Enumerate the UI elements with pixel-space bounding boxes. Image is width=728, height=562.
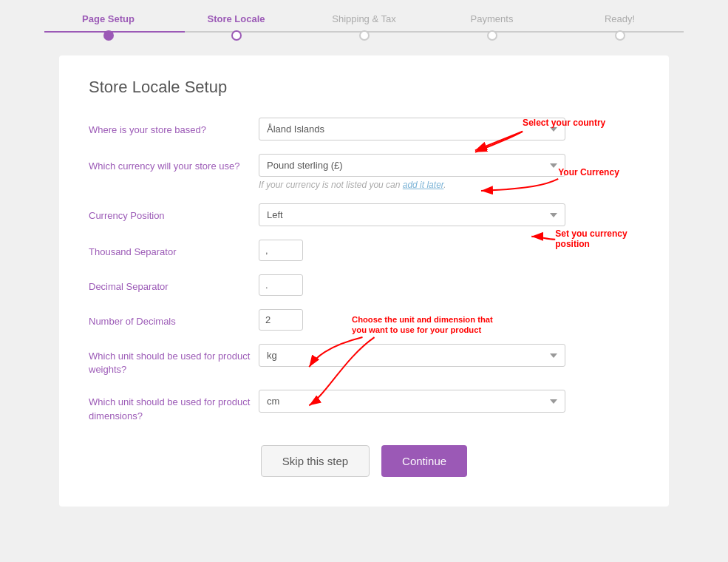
add-it-later-link[interactable]: add it later bbox=[403, 180, 444, 190]
decimal-separator-input[interactable] bbox=[259, 274, 303, 296]
step-shipping-tax-dot bbox=[359, 30, 370, 41]
step-ready-label: Ready! bbox=[605, 13, 635, 24]
step-ready[interactable]: Ready! bbox=[556, 13, 684, 41]
num-decimals-input[interactable] bbox=[259, 309, 303, 331]
dimension-unit-select[interactable]: cm bbox=[259, 390, 565, 413]
step-shipping-tax-label: Shipping & Tax bbox=[332, 13, 396, 24]
weight-unit-row: Which unit should be used for product we… bbox=[89, 344, 639, 376]
currency-position-control: Left bbox=[259, 203, 639, 226]
step-page-setup[interactable]: Page Setup bbox=[44, 13, 172, 41]
skip-button[interactable]: Skip this step bbox=[261, 445, 370, 477]
currency-position-row: Currency Position Left bbox=[89, 203, 639, 226]
decimal-separator-control bbox=[259, 274, 639, 296]
step-store-locale-label: Store Locale bbox=[207, 13, 265, 24]
store-based-control: Åland Islands bbox=[259, 118, 639, 140]
step-payments-label: Payments bbox=[471, 13, 514, 24]
step-store-locale-dot bbox=[231, 30, 242, 41]
dimension-unit-label: Which unit should be used for product di… bbox=[89, 390, 259, 422]
currency-hint: If your currency is not listed you can a… bbox=[259, 180, 639, 190]
decimal-separator-label: Decimal Separator bbox=[89, 274, 259, 294]
currency-hint-post: . bbox=[443, 180, 446, 190]
thousand-separator-label: Thousand Separator bbox=[89, 240, 259, 259]
thousand-separator-input[interactable] bbox=[259, 240, 303, 261]
store-based-select[interactable]: Åland Islands bbox=[259, 118, 565, 140]
currency-row: Which currency will your store use? Poun… bbox=[89, 154, 639, 190]
dimension-unit-control: cm bbox=[259, 390, 639, 413]
decimal-separator-row: Decimal Separator bbox=[89, 274, 639, 296]
currency-select[interactable]: Pound sterling (£) bbox=[259, 154, 565, 177]
step-payments[interactable]: Payments bbox=[428, 13, 556, 41]
currency-position-select[interactable]: Left bbox=[259, 203, 565, 226]
num-decimals-row: Number of Decimals bbox=[89, 309, 639, 331]
step-shipping-tax[interactable]: Shipping & Tax bbox=[300, 13, 428, 41]
thousand-separator-row: Thousand Separator bbox=[89, 240, 639, 261]
weight-unit-control: kg bbox=[259, 344, 639, 367]
num-decimals-label: Number of Decimals bbox=[89, 309, 259, 328]
thousand-separator-control bbox=[259, 240, 639, 261]
continue-button[interactable]: Continue bbox=[381, 445, 467, 477]
step-payments-dot bbox=[487, 30, 497, 41]
card-title: Store Locale Setup bbox=[89, 78, 639, 97]
dimension-unit-row: Which unit should be used for product di… bbox=[89, 390, 639, 422]
step-page-setup-dot bbox=[103, 30, 114, 41]
store-locale-card: Store Locale Setup Where is your store b… bbox=[59, 55, 669, 507]
weight-unit-select[interactable]: kg bbox=[259, 344, 565, 367]
currency-hint-pre: If your currency is not listed you can bbox=[259, 180, 403, 190]
weight-unit-label: Which unit should be used for product we… bbox=[89, 344, 259, 376]
currency-label: Which currency will your store use? bbox=[89, 154, 259, 173]
button-row: Skip this step Continue bbox=[89, 445, 639, 477]
currency-control: Pound sterling (£) If your currency is n… bbox=[259, 154, 639, 190]
step-ready-dot bbox=[615, 30, 625, 41]
store-based-row: Where is your store based? Åland Islands bbox=[89, 118, 639, 140]
progress-bar: Page Setup Store Locale Shipping & Tax P… bbox=[0, 0, 728, 41]
num-decimals-control bbox=[259, 309, 639, 331]
svg-text:Set you currency: Set you currency bbox=[555, 228, 627, 239]
store-based-label: Where is your store based? bbox=[89, 118, 259, 137]
currency-position-label: Currency Position bbox=[89, 203, 259, 223]
step-store-locale[interactable]: Store Locale bbox=[172, 13, 300, 41]
step-page-setup-label: Page Setup bbox=[82, 13, 135, 24]
